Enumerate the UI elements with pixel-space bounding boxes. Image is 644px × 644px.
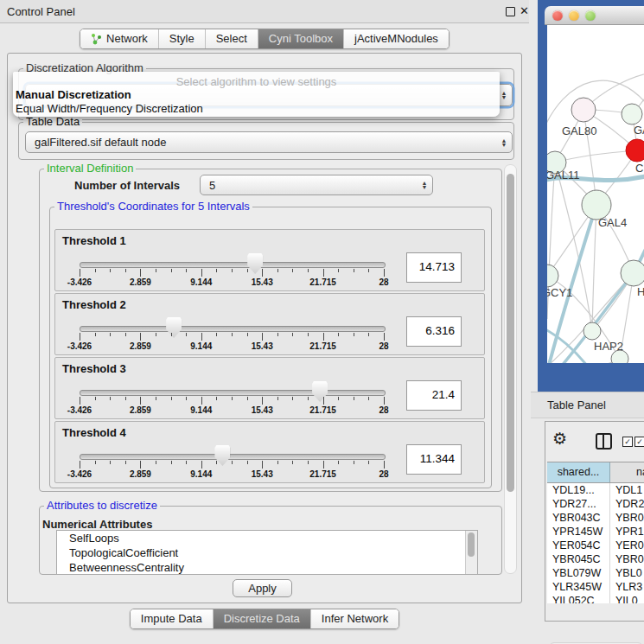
network-node-gal80[interactable] xyxy=(571,98,596,122)
stepper-arrows-icon[interactable]: ▲▼ xyxy=(496,138,512,147)
threshold-value-field[interactable]: 14.713 xyxy=(406,252,462,283)
network-node[interactable] xyxy=(611,350,628,363)
list-item-selfloops[interactable]: SelfLoops xyxy=(57,531,477,545)
threshold-value-field[interactable]: 11.344 xyxy=(406,444,462,475)
tab-infer-network[interactable]: Infer Network xyxy=(311,609,399,628)
network-edge[interactable] xyxy=(555,150,637,163)
tab-network[interactable]: Network xyxy=(80,29,159,48)
tab-label: Infer Network xyxy=(322,612,388,625)
table-row[interactable]: YLR345WYLR3 xyxy=(547,580,644,594)
slider-track[interactable] xyxy=(80,326,386,332)
table-data-combobox[interactable]: galFiltered.sif default node ▲▼ xyxy=(25,131,513,153)
network-icon xyxy=(91,33,102,45)
tick-mark xyxy=(262,333,263,341)
network-view-window[interactable]: GAL80GACGAL11GAL4GCY1HHAP2 xyxy=(538,0,644,392)
threshold-value-field[interactable]: 6.316 xyxy=(406,316,462,347)
scrollbar-thumb[interactable] xyxy=(507,174,514,492)
tick-mark xyxy=(140,333,141,341)
table-cell: YPR145W xyxy=(547,525,610,539)
slider-tick-labels: -3.4262.8599.14415.4321.71528 xyxy=(80,469,384,480)
columns-icon[interactable] xyxy=(596,433,612,450)
network-node-gal4[interactable] xyxy=(582,190,611,220)
minimize-traffic-light-icon[interactable] xyxy=(569,10,579,21)
tab-label: Select xyxy=(216,32,247,45)
tab-jactivemnodules[interactable]: jActiveMNodules xyxy=(344,29,449,48)
tick-label: -3.426 xyxy=(67,405,92,415)
number-of-intervals-value: 5 xyxy=(201,179,417,192)
tick-label: -3.426 xyxy=(67,341,92,351)
tab-discretize-data[interactable]: Discretize Data xyxy=(214,609,311,628)
number-of-intervals-combobox[interactable]: 5 ▲▼ xyxy=(200,175,433,195)
table-row[interactable]: YBL079WYBL0 xyxy=(547,566,644,580)
table-row[interactable]: YDL19...YDL1 xyxy=(547,483,644,497)
tick-mark xyxy=(277,269,278,272)
control-panel-title: Control Panel xyxy=(7,5,75,18)
tab-label: Cyni Toolbox xyxy=(269,32,333,45)
tab-impute-data[interactable]: Impute Data xyxy=(131,609,214,628)
checkbox-icon[interactable]: ✓ xyxy=(634,437,644,447)
tick-mark xyxy=(216,269,217,272)
list-item-topologicalcoefficient[interactable]: TopologicalCoefficient xyxy=(57,545,477,560)
control-tab-group: NetworkStyleSelectCyni ToolboxjActiveMNo… xyxy=(80,29,450,49)
network-node-c[interactable] xyxy=(626,139,644,162)
column-header-1[interactable]: shared... xyxy=(547,462,610,482)
zoom-traffic-light-icon[interactable] xyxy=(585,10,596,21)
tick-mark xyxy=(110,269,111,272)
tick-mark xyxy=(292,269,293,272)
table-row[interactable]: YPR145WYPR1 xyxy=(547,525,644,539)
close-icon[interactable]: ✕ xyxy=(520,4,529,17)
tick-mark xyxy=(232,461,233,464)
tick-mark xyxy=(232,269,233,272)
tick-mark xyxy=(110,397,111,400)
tick-mark xyxy=(156,333,156,336)
dropdown-option-equal-width-frequency-discretization[interactable]: Equal Width/Frequency Discretization xyxy=(16,102,203,115)
gear-icon[interactable]: ⚙ xyxy=(552,429,567,449)
table-cell: YER054C xyxy=(547,539,610,552)
tab-style[interactable]: Style xyxy=(159,29,206,48)
network-window-titlebar[interactable] xyxy=(545,6,644,25)
table-panel-body: ⚙ ✓ ✓ shared...na YDL19...YDL1YDR27...YD… xyxy=(545,421,644,622)
tick-mark xyxy=(186,397,187,400)
numerical-attributes-list[interactable]: SelfLoopsTopologicalCoefficientBetweenne… xyxy=(56,530,478,575)
tick-mark xyxy=(95,269,96,272)
cyni-bottom-tabbar: Impute DataDiscretize DataInfer Network xyxy=(0,609,529,629)
network-node-ga[interactable] xyxy=(622,104,642,124)
slider-track[interactable] xyxy=(80,390,386,396)
settings-vertical-scrollbar[interactable] xyxy=(504,164,517,574)
float-window-icon[interactable] xyxy=(506,7,515,16)
threshold-value-field[interactable]: 21.4 xyxy=(406,380,462,411)
checkbox-icon[interactable]: ✓ xyxy=(622,437,633,447)
network-node-h[interactable] xyxy=(621,260,644,286)
table-cell: YBR0 xyxy=(610,511,644,525)
tick-mark xyxy=(186,333,187,336)
list-vertical-scrollbar[interactable] xyxy=(465,531,477,574)
network-node-gcy1[interactable] xyxy=(547,265,558,287)
node-label: GA xyxy=(634,124,644,137)
stepper-arrows-icon[interactable]: ▲▼ xyxy=(417,181,432,189)
scrollbar-thumb[interactable] xyxy=(468,532,475,557)
apply-button[interactable]: Apply xyxy=(233,579,292,597)
slider-track[interactable] xyxy=(80,262,386,268)
tick-label: 28 xyxy=(379,277,388,287)
list-item-betweennesscentrality[interactable]: BetweennessCentrality xyxy=(57,560,477,575)
threshold-label: Threshold 1 xyxy=(62,234,126,247)
threshold-row-2: Threshold 2-3.4262.8599.14415.4321.71528… xyxy=(54,293,485,355)
tab-cyni-toolbox[interactable]: Cyni Toolbox xyxy=(258,29,344,48)
network-canvas[interactable]: GAL80GACGAL11GAL4GCY1HHAP2 xyxy=(547,25,644,363)
table-cell: YBR043C xyxy=(547,511,610,525)
tick-mark xyxy=(338,333,339,336)
network-node-hap2[interactable] xyxy=(583,322,601,340)
network-edge[interactable] xyxy=(555,163,592,331)
network-edge[interactable] xyxy=(592,205,596,331)
table-body: YDL19...YDL1YDR27...YDR2YBR043CYBR0YPR14… xyxy=(547,483,644,603)
table-row[interactable]: YIL052CYIL0 xyxy=(547,594,644,603)
close-traffic-light-icon[interactable] xyxy=(552,10,563,21)
table-row[interactable]: YER054CYER0 xyxy=(547,539,644,552)
table-row[interactable]: YBR045CYBR0 xyxy=(547,552,644,566)
column-header-2[interactable]: na xyxy=(610,462,644,482)
slider-track[interactable] xyxy=(80,454,386,460)
tab-select[interactable]: Select xyxy=(206,29,258,48)
table-row[interactable]: YBR043CYBR0 xyxy=(547,511,644,525)
dropdown-option-manual-discretization[interactable]: Manual Discretization xyxy=(16,88,131,101)
table-row[interactable]: YDR27...YDR2 xyxy=(547,497,644,511)
